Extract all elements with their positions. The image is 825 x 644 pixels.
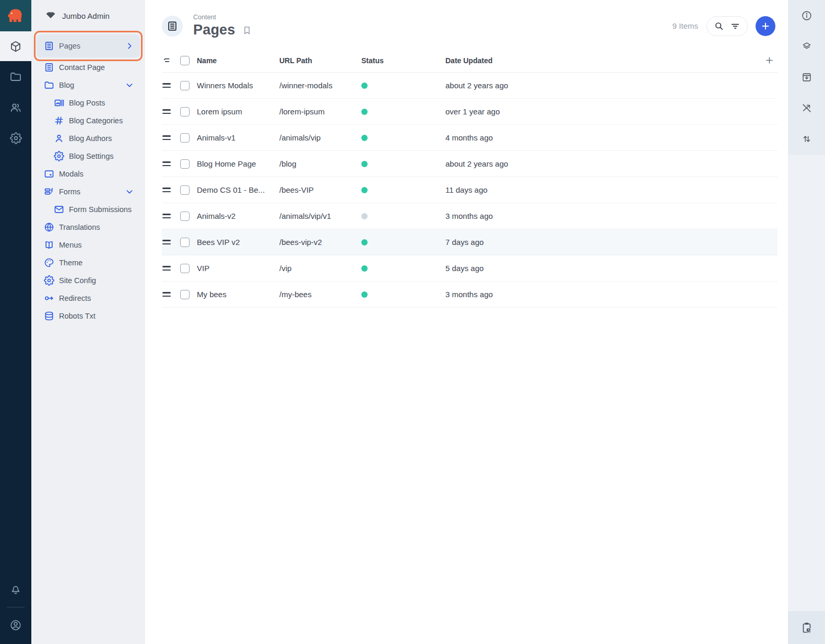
cell-name[interactable]: Animals-v2 <box>197 212 275 220</box>
drag-handle-icon[interactable] <box>162 266 171 271</box>
cell-url-path: /vip <box>275 264 356 273</box>
sidebar-item-label: Pages <box>59 42 80 50</box>
drag-handle-icon[interactable] <box>162 83 171 88</box>
cell-name[interactable]: Winners Modals <box>197 81 275 90</box>
sidebar-item-blog-authors[interactable]: Blog Authors <box>31 130 145 147</box>
filter-icon[interactable] <box>730 21 740 31</box>
table-row[interactable]: Animals-v2 /animals/vip/v1 3 months ago <box>162 203 777 229</box>
sidebar-item-contact-page[interactable]: Contact Page <box>31 58 145 76</box>
drag-handle-icon[interactable] <box>162 109 171 114</box>
bell-icon <box>9 583 22 595</box>
profile-button[interactable] <box>0 612 31 639</box>
rail-item-users[interactable] <box>0 92 31 123</box>
sidebar-item-redirects[interactable]: Redirects <box>31 289 145 307</box>
sidebar-item-label: Modals <box>59 170 84 178</box>
sidebar-item-menus[interactable]: Menus <box>31 236 145 254</box>
sidebar-item-robots-txt[interactable]: Robots Txt <box>31 307 145 325</box>
layers-button[interactable] <box>788 31 825 62</box>
page-title: Pages <box>193 22 235 38</box>
status-dot <box>361 187 368 193</box>
table-row[interactable]: Winners Modals /winner-modals about 2 ye… <box>162 73 777 99</box>
cell-name[interactable]: Blog Home Page <box>197 159 275 168</box>
column-header-status[interactable]: Status <box>361 56 384 65</box>
search-icon[interactable] <box>714 21 724 31</box>
drag-handle-icon[interactable] <box>162 292 171 297</box>
add-item-button[interactable] <box>756 16 775 36</box>
search-filter-button[interactable] <box>706 16 748 36</box>
chevron-down-icon <box>125 188 134 196</box>
sidebar-item-site-config[interactable]: Site Config <box>31 272 145 289</box>
sidebar-item-theme[interactable]: Theme <box>31 254 145 272</box>
trending-off-button[interactable] <box>788 92 825 123</box>
sidebar-item-label: Form Submissions <box>69 205 132 214</box>
reorder-button[interactable] <box>788 123 825 154</box>
sidebar-item-blog-posts[interactable]: Blog Posts <box>31 94 145 112</box>
cell-name[interactable]: VIP <box>197 264 275 273</box>
status-dot <box>361 83 368 89</box>
table-row[interactable]: Blog Home Page /blog about 2 years ago <box>162 151 777 177</box>
cell-name[interactable]: Lorem ipsum <box>197 107 275 116</box>
sidebar-item-modals[interactable]: Modals <box>31 165 145 183</box>
table-row[interactable]: VIP /vip 5 days ago <box>162 255 777 282</box>
rail-item-content[interactable] <box>0 31 31 61</box>
task-history-button[interactable] <box>788 611 825 644</box>
rail-item-files[interactable] <box>0 61 31 92</box>
row-checkbox[interactable] <box>180 133 190 143</box>
workspace-header[interactable]: Jumbo Admin <box>31 0 145 31</box>
import-button[interactable] <box>788 62 825 92</box>
bookmark-icon[interactable] <box>242 25 252 36</box>
folder-icon <box>44 80 54 90</box>
sidebar-item-forms[interactable]: Forms <box>31 183 145 201</box>
column-header-name[interactable]: Name <box>197 56 217 65</box>
drag-handle-icon[interactable] <box>162 214 171 218</box>
row-checkbox[interactable] <box>180 264 190 273</box>
gear-icon <box>44 275 54 286</box>
row-checkbox[interactable] <box>180 212 190 221</box>
row-checkbox[interactable] <box>180 238 190 247</box>
table-row[interactable]: My bees /my-bees 3 months ago <box>162 282 777 308</box>
sort-icon[interactable] <box>162 56 172 65</box>
cell-url-path: /blog <box>275 159 356 168</box>
sidebar-item-blog[interactable]: Blog <box>31 76 145 94</box>
cell-name[interactable]: Demo CS 01 - Be... <box>197 185 275 194</box>
column-header-date-updated[interactable]: Date Updated <box>445 56 492 65</box>
sidebar-item-label: Site Config <box>59 276 96 285</box>
sidebar-item-blog-settings[interactable]: Blog Settings <box>31 147 145 165</box>
drag-handle-icon[interactable] <box>162 161 171 166</box>
cell-name[interactable]: Bees VIP v2 <box>197 238 275 247</box>
cell-name[interactable]: Animals-v1 <box>197 133 275 142</box>
sidebar-item-pages[interactable]: Pages <box>37 34 140 57</box>
sidebar-item-blog-categories[interactable]: Blog Categories <box>31 112 145 130</box>
select-all-checkbox[interactable] <box>180 56 190 65</box>
right-tool-rail <box>788 0 825 644</box>
row-checkbox[interactable] <box>180 107 190 116</box>
trending-off-icon <box>801 102 812 114</box>
cell-url-path: /lorem-ipsum <box>275 107 356 116</box>
table-row[interactable]: Bees VIP v2 /bees-vip-v2 7 days ago <box>162 229 777 255</box>
palette-icon <box>44 257 54 268</box>
drag-handle-icon[interactable] <box>162 188 171 192</box>
row-checkbox[interactable] <box>180 81 190 90</box>
row-checkbox[interactable] <box>180 185 190 195</box>
drag-handle-icon[interactable] <box>162 240 171 244</box>
table-row[interactable]: Demo CS 01 - Be... /bees-VIP 11 days ago <box>162 177 777 203</box>
notifications-button[interactable] <box>0 576 31 603</box>
items-count: 9 Items <box>673 21 698 30</box>
table-row[interactable]: Lorem ipsum /lorem-ipsum over 1 year ago <box>162 99 777 125</box>
sidebar-item-translations[interactable]: Translations <box>31 218 145 236</box>
info-icon <box>801 10 812 21</box>
row-checkbox[interactable] <box>180 290 190 299</box>
drag-handle-icon[interactable] <box>162 135 171 140</box>
sidebar-item-form-submissions[interactable]: Form Submissions <box>31 201 145 218</box>
table-row[interactable]: Animals-v1 /animals/vip 4 months ago <box>162 125 777 151</box>
column-header-url-path[interactable]: URL Path <box>279 56 312 65</box>
main-content: Content Pages 9 Items <box>145 0 788 644</box>
cell-name[interactable]: My bees <box>197 290 275 299</box>
rail-item-settings[interactable] <box>0 123 31 154</box>
app-logo[interactable] <box>0 0 31 31</box>
row-checkbox[interactable] <box>180 159 190 169</box>
info-button[interactable] <box>788 0 825 31</box>
profile-icon <box>9 619 22 631</box>
page-type-avatar <box>162 16 183 37</box>
add-column-icon[interactable] <box>764 55 774 65</box>
